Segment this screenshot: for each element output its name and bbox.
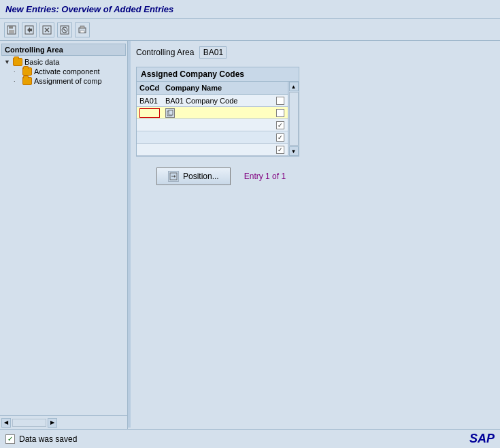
- svg-rect-5: [30, 29, 32, 31]
- cell-name-5: [163, 149, 273, 150]
- table-row[interactable]: BA01 BA01 Company Code: [137, 95, 288, 107]
- status-bar: Data was saved SAP: [0, 429, 500, 448]
- table-data: CoCd Company Name BA01 BA01 Company Code: [137, 82, 288, 156]
- copy-button[interactable]: [165, 108, 175, 118]
- checkbox-4[interactable]: [276, 133, 284, 142]
- row-checkbox-5[interactable]: [273, 146, 288, 154]
- folder-icon: [13, 58, 22, 66]
- content-area: Controlling Area BA01 Assigned Company C…: [131, 41, 500, 428]
- hscroll-thumb[interactable]: [12, 419, 46, 427]
- scroll-left-btn[interactable]: ◀: [1, 418, 11, 428]
- tree-expand-arrow: ▼: [4, 59, 11, 65]
- table-scrollbar[interactable]: ▲ ▼: [288, 82, 299, 156]
- cell-name-3: [163, 125, 273, 126]
- position-button[interactable]: Position...: [156, 167, 231, 185]
- checkbox-1[interactable]: [276, 97, 284, 105]
- toolbar: [0, 19, 500, 41]
- sidebar-item-basic-data[interactable]: ▼ Basic data: [1, 57, 126, 67]
- cell-cocd-input[interactable]: [137, 108, 163, 118]
- status-message: Data was saved: [19, 434, 77, 444]
- cocd-input-field[interactable]: [139, 108, 160, 118]
- table-scroll-container: CoCd Company Name BA01 BA01 Company Code: [137, 82, 299, 156]
- controlling-area-value: BA01: [199, 46, 227, 59]
- table-title: Assigned Company Codes: [137, 67, 299, 82]
- checkbox-5[interactable]: [276, 146, 284, 154]
- toolbar-back-btn[interactable]: [22, 22, 37, 37]
- position-icon: [168, 171, 179, 182]
- row-checkbox-3[interactable]: [273, 121, 288, 129]
- status-left: Data was saved: [5, 434, 77, 444]
- table-row-4[interactable]: [137, 131, 288, 144]
- position-button-label: Position...: [183, 172, 219, 181]
- checkbox-active[interactable]: [276, 109, 284, 117]
- scroll-up-btn[interactable]: ▲: [289, 82, 299, 91]
- row-checkbox-1[interactable]: [273, 97, 288, 105]
- folder-icon-2: [22, 67, 32, 76]
- col-header-name: Company Name: [163, 83, 288, 93]
- entry-info: Entry 1 of 1: [244, 172, 286, 181]
- toolbar-cancel-btn[interactable]: [57, 22, 72, 37]
- assigned-company-codes-table: Assigned Company Codes CoCd Company Name…: [136, 67, 299, 157]
- scroll-right-btn[interactable]: ▶: [48, 418, 57, 428]
- sidebar-item-assignment[interactable]: · Assignment of comp: [1, 76, 126, 86]
- toolbar-exit-btn[interactable]: [39, 22, 54, 37]
- svg-rect-1: [9, 26, 13, 29]
- folder-icon-3: [22, 77, 32, 85]
- main-layout: Controlling Area ▼ Basic data · Activate…: [0, 41, 500, 428]
- table-row-5[interactable]: [137, 144, 288, 156]
- row-checkbox-active[interactable]: [273, 109, 288, 117]
- svg-rect-2: [9, 30, 14, 33]
- tree-bullet-2: ·: [14, 78, 20, 84]
- scroll-down-btn[interactable]: ▼: [289, 146, 299, 156]
- cell-cocd-5: [137, 149, 163, 150]
- sidebar-hscroll: ◀ ▶: [0, 415, 128, 429]
- cell-cocd-4: [137, 137, 163, 138]
- svg-rect-13: [80, 26, 84, 29]
- cell-cocd-3: [137, 125, 163, 126]
- cell-name-1: BA01 Company Code: [163, 96, 273, 106]
- cell-cocd-1: BA01: [137, 96, 163, 106]
- sidebar-item-activate[interactable]: · Activate component: [1, 67, 126, 76]
- col-header-cocd: CoCd: [137, 83, 163, 93]
- controlling-area-row: Controlling Area BA01: [136, 46, 495, 59]
- cell-name-4: [163, 137, 273, 138]
- toolbar-print-btn[interactable]: [75, 22, 90, 37]
- row-checkbox-4[interactable]: [273, 133, 288, 142]
- svg-rect-14: [80, 31, 84, 33]
- sidebar: Controlling Area ▼ Basic data · Activate…: [0, 41, 128, 428]
- title-bar: New Entries: Overview of Added Entries: [0, 0, 500, 19]
- sap-logo: SAP: [469, 432, 495, 446]
- table-row-3[interactable]: [137, 119, 288, 131]
- table-row-active[interactable]: [137, 107, 288, 119]
- button-area: Position... Entry 1 of 1: [136, 167, 495, 185]
- sidebar-title: Controlling Area: [1, 44, 126, 56]
- table-header: CoCd Company Name: [137, 82, 288, 95]
- cell-name-input[interactable]: [163, 108, 273, 118]
- sidebar-item-label: Basic data: [24, 58, 59, 66]
- page-title: New Entries: Overview of Added Entries: [5, 4, 173, 14]
- status-checkbox: [5, 434, 15, 444]
- scroll-track[interactable]: [289, 92, 299, 146]
- tree-bullet: ·: [14, 68, 20, 75]
- toolbar-save-btn[interactable]: [4, 22, 19, 37]
- controlling-area-label: Controlling Area: [136, 48, 194, 57]
- svg-rect-16: [169, 110, 173, 115]
- sidebar-item-assignment-label: Assignment of comp: [34, 77, 102, 85]
- sidebar-item-activate-label: Activate component: [34, 67, 100, 76]
- checkbox-3[interactable]: [276, 121, 284, 129]
